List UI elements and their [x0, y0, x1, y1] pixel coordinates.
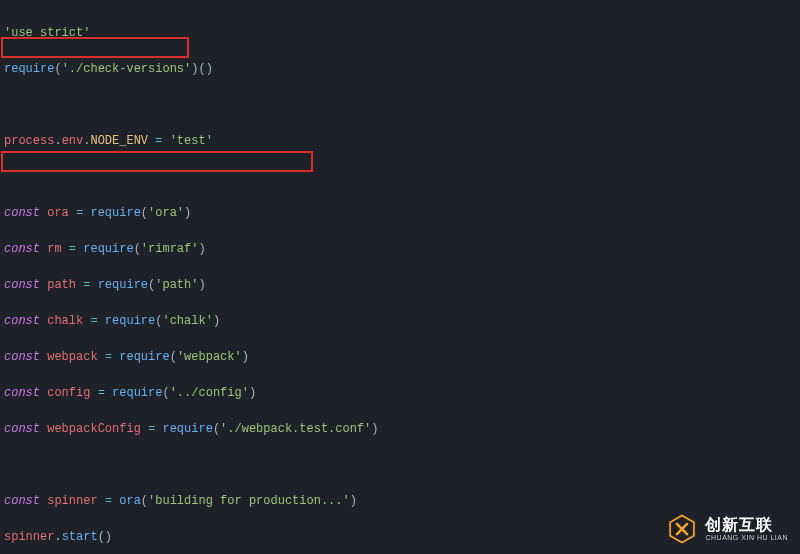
token: start	[62, 530, 98, 544]
token: require	[4, 62, 54, 76]
logo-icon	[665, 512, 699, 546]
token: require	[119, 350, 169, 364]
token: 'rimraf'	[141, 242, 199, 256]
token: (	[54, 62, 61, 76]
token: const	[4, 206, 40, 220]
code-line: const path = require('path')	[4, 276, 800, 294]
token: NODE_ENV	[90, 134, 148, 148]
token: const	[4, 422, 40, 436]
code-line: const rm = require('rimraf')	[4, 240, 800, 258]
token: config	[47, 386, 90, 400]
code-line: const chalk = require('chalk')	[4, 312, 800, 330]
token: require	[162, 422, 212, 436]
code-line	[4, 456, 800, 474]
token: 'use strict'	[4, 26, 90, 40]
token: spinner	[47, 494, 97, 508]
token: const	[4, 350, 40, 364]
code-line: const spinner = ora('building for produc…	[4, 492, 800, 510]
code-line: const config = require('../config')	[4, 384, 800, 402]
token: const	[4, 314, 40, 328]
token: )()	[191, 62, 213, 76]
token: 'test'	[170, 134, 213, 148]
token: './webpack.test.conf'	[220, 422, 371, 436]
token: const	[4, 494, 40, 508]
token: 'ora'	[148, 206, 184, 220]
token: const	[4, 278, 40, 292]
token: require	[90, 206, 140, 220]
code-line: const webpackConfig = require('./webpack…	[4, 420, 800, 438]
code-line: const ora = require('ora')	[4, 204, 800, 222]
token: const	[4, 386, 40, 400]
token: spinner	[4, 530, 54, 544]
token: rm	[47, 242, 61, 256]
token: path	[47, 278, 76, 292]
code-line	[4, 96, 800, 114]
token: env	[62, 134, 84, 148]
code-line: const webpack = require('webpack')	[4, 348, 800, 366]
token: require	[105, 314, 155, 328]
code-line: process.env.NODE_ENV = 'test'	[4, 132, 800, 150]
token: ora	[119, 494, 141, 508]
code-line: require('./check-versions')()	[4, 60, 800, 78]
token: webpack	[47, 350, 97, 364]
code-line	[4, 168, 800, 186]
token: 'webpack'	[177, 350, 242, 364]
watermark-logo: 创新互联 CHUANG XIN HU LIAN	[665, 512, 788, 546]
token: require	[83, 242, 133, 256]
logo-text-cn: 创新互联	[705, 516, 788, 534]
logo-text-en: CHUANG XIN HU LIAN	[705, 534, 788, 542]
token: ora	[47, 206, 69, 220]
code-line: 'use strict'	[4, 24, 800, 42]
code-editor: 'use strict' require('./check-versions')…	[0, 0, 800, 554]
token: './check-versions'	[62, 62, 192, 76]
token: chalk	[47, 314, 83, 328]
token: const	[4, 242, 40, 256]
token: require	[98, 278, 148, 292]
token: '../config'	[170, 386, 249, 400]
logo-text: 创新互联 CHUANG XIN HU LIAN	[705, 516, 788, 541]
token: 'chalk'	[162, 314, 212, 328]
token: require	[112, 386, 162, 400]
token: 'path'	[155, 278, 198, 292]
token: 'building for production...'	[148, 494, 350, 508]
token: process	[4, 134, 54, 148]
token: webpackConfig	[47, 422, 141, 436]
